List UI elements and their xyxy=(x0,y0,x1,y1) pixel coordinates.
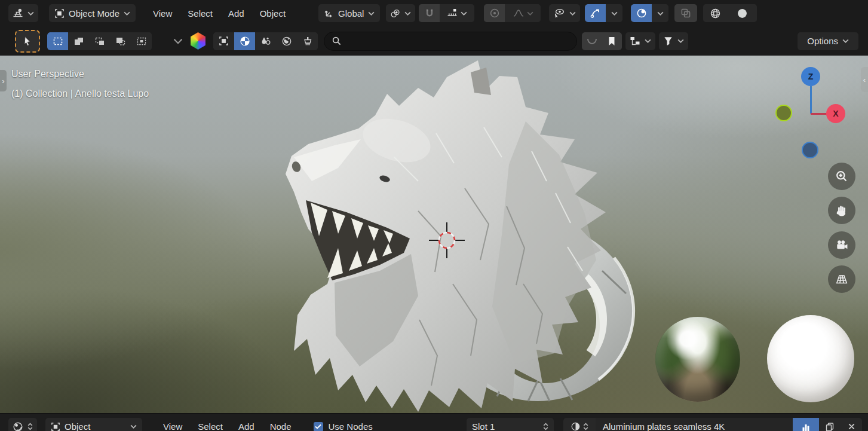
menu-add[interactable]: Add xyxy=(220,8,252,19)
editor-type-button[interactable] xyxy=(8,4,38,22)
snap-toggle-button[interactable] xyxy=(419,4,440,22)
menu-add-bottom[interactable]: Add xyxy=(231,421,262,431)
material-widget: Aluminium plates seamless 4K xyxy=(563,418,862,431)
editor-type-button-bottom[interactable] xyxy=(8,418,37,431)
3d-cursor xyxy=(429,222,465,258)
search-bar[interactable] xyxy=(324,32,577,51)
color-attribute-icon[interactable] xyxy=(190,32,206,50)
copy-icon xyxy=(825,422,835,431)
falloff-curve-icon xyxy=(513,8,525,19)
active-tool-tweak-button[interactable] xyxy=(15,30,40,53)
double-chevron-icon xyxy=(543,423,548,430)
overlays-dropdown[interactable] xyxy=(652,4,668,22)
snap-increment-icon xyxy=(447,8,458,19)
select-mode-extend[interactable] xyxy=(68,32,89,50)
shader-type-label: Object xyxy=(65,421,90,431)
shader-type-dropdown[interactable]: Object xyxy=(45,418,142,431)
menu-select-bottom[interactable]: Select xyxy=(190,421,231,431)
slot-dropdown[interactable]: Slot 1 xyxy=(467,418,554,431)
material-users-button[interactable] xyxy=(793,418,819,431)
filter-dropdown[interactable] xyxy=(659,32,688,50)
search-icon xyxy=(332,36,342,46)
select-mode-subtract[interactable] xyxy=(89,32,110,50)
expand-chevron-icon[interactable] xyxy=(173,38,183,44)
viewport-overlay-text: User Perspective (1) Collection | Anello… xyxy=(11,64,149,103)
wireframe-sphere-icon xyxy=(710,8,721,19)
droplet-ball-icon xyxy=(260,36,271,47)
viewport-canvas[interactable]: User Perspective (1) Collection | Anello… xyxy=(0,56,868,413)
menu-view-bottom[interactable]: View xyxy=(155,421,190,431)
chevron-down-icon xyxy=(404,11,411,16)
use-nodes-toggle[interactable]: Use Nodes xyxy=(314,421,373,431)
eye-cursor-icon xyxy=(553,8,565,19)
chevron-down-icon xyxy=(611,11,618,16)
world-button[interactable] xyxy=(276,32,297,50)
material-name-field[interactable]: Aluminium plates seamless 4K xyxy=(596,418,793,431)
gizmo-axis-y-neg[interactable] xyxy=(775,105,792,121)
double-chevron-icon xyxy=(27,423,33,430)
xray-toggle[interactable] xyxy=(674,4,697,22)
object-mode-icon xyxy=(54,8,65,19)
transform-orientation-dropdown[interactable]: Global xyxy=(318,4,380,22)
shader-editor-header: Object View Select Add Node Use Nodes Sl… xyxy=(0,413,868,431)
options-dropdown[interactable]: Options xyxy=(798,32,858,50)
show-overlays-toggle[interactable] xyxy=(631,4,652,22)
object-brackets-icon xyxy=(219,36,229,46)
select-mode-invert[interactable] xyxy=(110,32,131,50)
mode-selector-dropdown[interactable]: Object Mode xyxy=(49,4,136,22)
unlink-material-button[interactable] xyxy=(841,418,862,431)
chevron-down-icon xyxy=(645,39,651,43)
menu-node-bottom[interactable]: Node xyxy=(262,421,299,431)
snap-group xyxy=(419,4,474,22)
snap-target-dropdown[interactable] xyxy=(440,4,474,22)
select-mode-intersect[interactable] xyxy=(131,32,152,50)
select-mode-new[interactable] xyxy=(47,32,68,50)
paint-tool-button[interactable] xyxy=(297,32,318,50)
select-extend-icon xyxy=(74,37,84,45)
tweak-cursor-icon xyxy=(22,35,33,47)
gizmo-z-line xyxy=(810,86,812,114)
object-display-button[interactable] xyxy=(213,32,234,50)
move-view-button[interactable] xyxy=(828,197,855,224)
outliner-display-dropdown[interactable] xyxy=(625,32,655,50)
viewport-header: Object Mode View Select Add Object Globa… xyxy=(0,0,868,26)
fluid-button[interactable] xyxy=(255,32,276,50)
shading-solid-button[interactable] xyxy=(728,4,757,22)
falloff-dropdown[interactable] xyxy=(505,4,541,22)
display-mode-group xyxy=(213,32,318,50)
collapse-curve-button[interactable] xyxy=(582,32,602,50)
toggle-projection-button[interactable] xyxy=(828,265,855,293)
sidebar-expand-handle[interactable]: ‹ xyxy=(861,67,868,92)
gizmo-axis-z[interactable]: Z xyxy=(801,67,820,86)
new-material-button[interactable] xyxy=(819,418,841,431)
camera-view-button[interactable] xyxy=(828,231,855,259)
node-menubar: View Select Add Node xyxy=(155,421,299,431)
show-gizmo-toggle[interactable] xyxy=(585,4,606,22)
3d-viewport-editor-icon xyxy=(13,8,23,19)
gizmo-dropdown[interactable] xyxy=(606,4,622,22)
search-input[interactable] xyxy=(346,36,569,46)
overlays-icon xyxy=(636,8,647,19)
zoom-button[interactable] xyxy=(828,163,855,190)
chevron-down-icon xyxy=(657,11,664,16)
pivot-point-dropdown[interactable] xyxy=(386,4,415,22)
visibility-dropdown[interactable] xyxy=(549,4,580,22)
shading-wireframe-button[interactable] xyxy=(703,4,728,22)
toolbar-expand-handle[interactable]: › xyxy=(0,70,7,91)
browse-material-button[interactable] xyxy=(563,418,596,431)
camera-icon xyxy=(835,239,848,252)
chevron-down-icon xyxy=(527,11,533,16)
menu-select[interactable]: Select xyxy=(180,8,220,19)
menu-object[interactable]: Object xyxy=(252,8,293,19)
bookmark-button[interactable] xyxy=(602,32,622,50)
material-preview-button[interactable] xyxy=(234,32,255,50)
gizmo-axis-x[interactable]: X xyxy=(826,104,845,123)
view-name-label: User Perspective xyxy=(11,64,149,84)
proportional-editing-toggle[interactable] xyxy=(484,4,505,22)
gizmo-axis-z-neg[interactable] xyxy=(802,142,818,158)
chevron-down-icon xyxy=(124,11,130,16)
menu-view[interactable]: View xyxy=(145,8,180,19)
xray-icon xyxy=(680,8,691,19)
display-filter-group xyxy=(582,32,622,50)
hdri-environment-sphere xyxy=(655,317,740,402)
